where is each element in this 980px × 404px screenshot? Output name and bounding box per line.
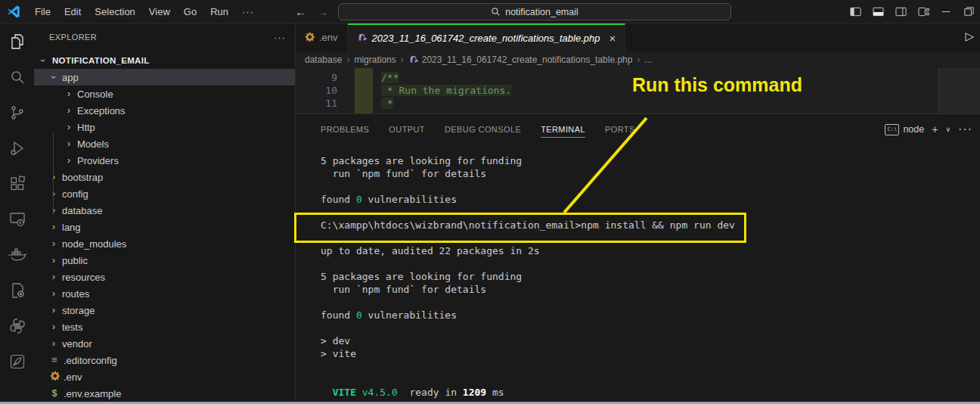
menu-selection[interactable]: Selection — [88, 6, 141, 17]
terminal-text — [321, 387, 333, 398]
workspace-section-header[interactable]: › NOTIFICATION_EMAIL — [34, 52, 295, 69]
panel-more-actions-icon[interactable]: ··· — [958, 123, 972, 136]
explorer-icon[interactable] — [0, 23, 34, 59]
tree-item-Exceptions[interactable]: ›Exceptions — [34, 102, 295, 119]
explorer-more-actions-icon[interactable]: ··· — [274, 32, 286, 43]
terminal-line — [321, 373, 980, 386]
gear-file-icon — [49, 371, 60, 383]
menu-file[interactable]: File — [28, 6, 57, 17]
tree-item-config[interactable]: ›config — [34, 185, 295, 202]
tree-item-bootstrap[interactable]: ›bootstrap — [34, 169, 295, 185]
chevron-right-icon: › — [64, 122, 73, 132]
tree-item-dot-env.example[interactable]: $.env.example — [34, 385, 295, 402]
chevron-right-icon: › — [49, 205, 58, 216]
minimap[interactable] — [938, 68, 980, 113]
quill-extension-icon[interactable] — [0, 343, 34, 379]
menu-run[interactable]: Run — [203, 6, 235, 17]
panel-tab-terminal[interactable]: TERMINAL — [541, 122, 585, 138]
menu-overflow-icon[interactable]: ··· — [235, 6, 261, 17]
back-icon[interactable]: ← — [295, 5, 306, 18]
tree-item-Models[interactable]: ›Models — [34, 135, 295, 152]
remote-explorer-icon[interactable] — [0, 201, 34, 237]
test-explorer-icon[interactable] — [0, 272, 34, 308]
panel-tab-ports[interactable]: PORTS — [605, 122, 635, 137]
search-icon — [491, 7, 501, 17]
vscode-window: FileEditSelectionViewGoRun··· ← → notifi… — [0, 0, 980, 404]
docker-icon[interactable] — [0, 237, 34, 272]
breadcrumb-item[interactable]: database — [305, 54, 342, 65]
restore-icon[interactable] — [957, 0, 980, 23]
editor-tab-env[interactable]: .env — [296, 23, 348, 51]
run-and-debug-icon[interactable] — [0, 130, 34, 166]
new-terminal-icon[interactable]: + — [932, 123, 938, 135]
breadcrumb-separator: › — [346, 54, 349, 65]
terminal-line: > dev — [321, 334, 980, 347]
tree-item-routes[interactable]: ›routes — [34, 285, 295, 302]
source-control-icon[interactable] — [0, 95, 34, 130]
panel-tab-debug-console[interactable]: DEBUG CONSOLE — [445, 122, 521, 137]
breadcrumb-item[interactable]: migrations — [354, 54, 395, 65]
line-number: 11 — [296, 97, 337, 110]
code-text: * — [337, 97, 393, 110]
menu-view[interactable]: View — [142, 6, 177, 17]
panel-tab-output[interactable]: OUTPUT — [389, 122, 425, 137]
close-icon[interactable]: × — [609, 33, 616, 44]
tree-item-public[interactable]: ›public — [34, 252, 295, 269]
tree-item-label: resources — [62, 272, 105, 283]
tree-item-tests[interactable]: ›tests — [34, 319, 295, 335]
customize-layout-icon[interactable] — [912, 0, 935, 23]
tree-item-Providers[interactable]: ›Providers — [34, 152, 295, 169]
toggle-panel-icon[interactable] — [867, 0, 889, 23]
chevron-right-icon: › — [64, 89, 73, 99]
toggle-primary-sidebar-icon[interactable] — [844, 0, 867, 23]
tree-item-lang[interactable]: ›lang — [34, 219, 295, 235]
tree-item-Console[interactable]: ›Console — [34, 85, 295, 102]
search-value: notification_email — [505, 7, 578, 17]
tree-item-node_modules[interactable]: ›node_modules — [34, 235, 295, 252]
menu-go[interactable]: Go — [177, 6, 203, 17]
tree-item-vendor[interactable]: ›vendor — [34, 335, 295, 352]
tree-item-app[interactable]: ›app — [34, 69, 295, 85]
php-elephant-icon — [408, 54, 419, 67]
tree-item-dot-env[interactable]: .env — [34, 368, 295, 385]
panel-tab-problems[interactable]: PROBLEMS — [321, 122, 369, 137]
terminal-dropdown-icon[interactable]: ∨ — [945, 126, 951, 133]
tree-item-label: .env — [64, 371, 82, 383]
tree-item-label: Providers — [77, 155, 119, 166]
menubar: FileEditSelectionViewGoRun··· — [28, 6, 261, 17]
chevron-right-icon: › — [49, 188, 58, 199]
terminal-line: run `npm fund` for details — [321, 283, 980, 296]
run-code-icon[interactable]: ▷ — [965, 30, 974, 43]
dollar-file-icon: $ — [49, 388, 60, 399]
tree-item-database[interactable]: ›database — [34, 202, 295, 219]
tree-item-Http[interactable]: ›Http — [34, 119, 295, 135]
forward-icon[interactable]: → — [317, 5, 328, 18]
tree-item-dot-editorconfig[interactable]: ≡.editorconfig — [34, 352, 295, 368]
terminal-text: 5 packages are looking for funding — [321, 271, 522, 282]
terminal-text: run `npm fund` for details — [321, 168, 486, 179]
terminal-line: > vite — [321, 347, 980, 360]
code-text: * Run the migrations. — [337, 84, 511, 97]
line-number: 10 — [296, 84, 337, 97]
terminal-output[interactable]: 5 packages are looking for funding run `… — [296, 145, 980, 399]
terminal-command-line: C:\xampp\htdocs\wizbrand\notification_em… — [321, 219, 980, 232]
breadcrumb-item[interactable]: 2023_11_16_061742_create_notifications_t… — [408, 54, 633, 67]
toggle-secondary-sidebar-icon[interactable] — [889, 0, 912, 23]
terminal-line — [321, 206, 980, 219]
terminal-line — [321, 232, 980, 244]
command-center-search[interactable]: notification_email — [338, 3, 731, 20]
extensions-icon[interactable] — [0, 166, 34, 201]
minimize-icon[interactable] — [935, 0, 957, 23]
python-icon[interactable] — [0, 308, 34, 343]
chevron-right-icon: › — [64, 138, 73, 149]
tree-item-label: bootstrap — [62, 172, 103, 183]
editor-tab-migration[interactable]: 2023_11_16_061742_create_notifications_t… — [348, 23, 626, 51]
tree-item-storage[interactable]: ›storage — [34, 302, 295, 319]
chevron-right-icon: › — [49, 338, 58, 349]
explorer-title: EXPLORER — [49, 33, 97, 42]
search-icon[interactable] — [0, 59, 34, 95]
breadcrumb-item[interactable]: ... — [644, 54, 652, 65]
menu-edit[interactable]: Edit — [57, 6, 88, 17]
terminal-instance[interactable]: C:\ node — [885, 124, 924, 135]
tree-item-resources[interactable]: ›resources — [34, 269, 295, 285]
